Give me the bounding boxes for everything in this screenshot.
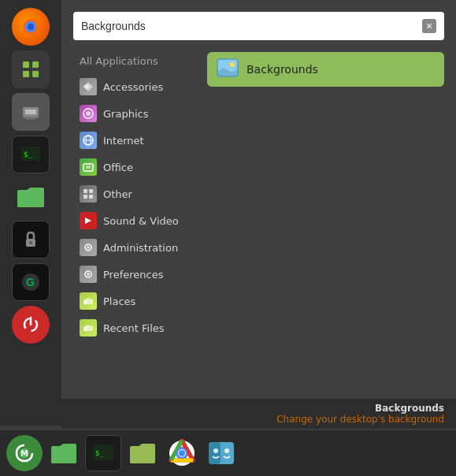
svg-rect-43	[51, 449, 76, 463]
grammarly-icon: G	[20, 271, 42, 293]
svg-marker-32	[85, 218, 91, 224]
accessories-icon	[80, 78, 97, 95]
terminal-icon: $_	[20, 143, 42, 165]
taskbar-icon-files2[interactable]	[124, 435, 161, 471]
svg-text:$_: $_	[95, 449, 104, 457]
category-item-other[interactable]: Other	[73, 180, 199, 207]
sound-video-label: Sound & Video	[103, 215, 179, 227]
category-item-preferences[interactable]: Preferences	[73, 261, 199, 288]
category-item-recent-files[interactable]: Recent Files	[73, 314, 199, 341]
preferences-label: Preferences	[103, 269, 163, 281]
taskbar: M $_	[0, 430, 456, 476]
info-description: Change your desktop's background	[276, 414, 444, 425]
mint-icon: M	[12, 441, 37, 466]
svg-rect-46	[130, 449, 155, 463]
taskbar-icon-finder[interactable]	[203, 435, 239, 471]
svg-rect-8	[25, 110, 36, 114]
svg-point-21	[86, 111, 91, 116]
files2-icon	[128, 441, 157, 465]
accessories-label: Accessories	[103, 81, 163, 93]
svg-text:M: M	[20, 449, 28, 458]
graphics-label: Graphics	[103, 108, 148, 120]
preferences-icon	[80, 266, 97, 283]
administration-icon	[80, 239, 97, 256]
sidebar-icon-firefox[interactable]	[12, 8, 50, 46]
taskbar-icon-mint[interactable]: M	[6, 435, 43, 471]
folder-icon	[16, 185, 46, 209]
info-desc-prefix: Change your	[276, 414, 337, 425]
svg-point-34	[87, 246, 90, 249]
svg-rect-30	[83, 195, 87, 199]
svg-text:G: G	[26, 276, 35, 288]
files1-icon	[50, 441, 78, 465]
search-clear-button[interactable]: ✕	[422, 19, 436, 33]
info-bar: Backgrounds Change your desktop's backgr…	[61, 399, 456, 429]
svg-rect-6	[32, 71, 39, 77]
info-desc-link: desktop's background	[340, 414, 444, 425]
results-list: Backgrounds	[207, 52, 444, 411]
finder-icon	[207, 439, 235, 467]
svg-point-54	[213, 448, 218, 453]
recent-files-label: Recent Files	[103, 322, 165, 334]
internet-icon	[80, 132, 97, 149]
taskbar-icon-chrome[interactable]	[164, 435, 200, 471]
recent-files-icon	[80, 319, 97, 337]
category-item-places[interactable]: Places	[73, 288, 199, 314]
oracle-icon	[20, 101, 42, 123]
svg-rect-29	[89, 189, 93, 193]
svg-rect-13	[17, 193, 44, 207]
svg-rect-3	[23, 61, 29, 68]
other-label: Other	[103, 188, 132, 200]
sidebar-icon-terminal[interactable]: $_	[12, 136, 50, 173]
svg-point-36	[87, 273, 90, 276]
chrome-icon	[168, 439, 196, 467]
backgrounds-result-label: Backgrounds	[247, 63, 318, 76]
terminal2-icon: $_	[92, 444, 114, 463]
firefox-icon	[19, 15, 43, 39]
backgrounds-result-icon	[217, 58, 239, 80]
category-list: All Applications Accessories Graphics In…	[73, 52, 199, 411]
svg-rect-28	[83, 189, 87, 193]
category-item-office[interactable]: Office	[73, 154, 199, 180]
search-bar: Backgrounds ✕	[73, 12, 444, 40]
main-content: Backgrounds ✕ All Applications Accessori…	[61, 0, 456, 426]
category-header: All Applications	[73, 52, 199, 70]
svg-rect-10	[26, 118, 35, 120]
svg-point-55	[224, 448, 229, 453]
search-input[interactable]: Backgrounds	[81, 20, 422, 32]
svg-point-15	[29, 241, 32, 244]
places-label: Places	[103, 296, 135, 307]
graphics-icon	[80, 105, 97, 122]
result-item-backgrounds[interactable]: Backgrounds	[207, 52, 444, 87]
content-columns: All Applications Accessories Graphics In…	[73, 52, 444, 411]
sidebar-icon-oracle[interactable]	[12, 93, 50, 131]
svg-text:$_: $_	[24, 151, 32, 158]
lock-icon	[20, 229, 41, 250]
category-item-sound-video[interactable]: Sound & Video	[73, 207, 199, 234]
info-title: Backgrounds	[375, 403, 444, 414]
sidebar-icon-lock[interactable]	[12, 221, 50, 258]
sidebar-icon-apps[interactable]	[12, 50, 50, 88]
category-item-graphics[interactable]: Graphics	[73, 100, 199, 127]
category-item-accessories[interactable]: Accessories	[73, 73, 199, 100]
sidebar-icon-folder[interactable]	[12, 178, 50, 216]
apps-icon	[20, 59, 41, 80]
sidebar-icon-grammarly[interactable]: G	[12, 263, 50, 301]
category-item-administration[interactable]: Administration	[73, 234, 199, 261]
internet-label: Internet	[103, 135, 144, 147]
svg-rect-53	[209, 442, 221, 464]
svg-rect-31	[89, 195, 93, 199]
svg-point-51	[179, 450, 185, 456]
svg-rect-5	[23, 71, 29, 77]
taskbar-icon-files1[interactable]	[46, 435, 82, 471]
svg-rect-9	[23, 117, 39, 118]
category-item-internet[interactable]: Internet	[73, 127, 199, 154]
taskbar-icon-terminal[interactable]: $_	[85, 435, 121, 471]
office-label: Office	[103, 162, 133, 173]
sidebar-icon-power[interactable]	[12, 306, 50, 344]
power-icon	[20, 314, 41, 335]
svg-rect-4	[32, 61, 39, 68]
svg-point-39	[230, 62, 235, 67]
office-icon	[80, 158, 97, 176]
administration-label: Administration	[103, 242, 178, 254]
